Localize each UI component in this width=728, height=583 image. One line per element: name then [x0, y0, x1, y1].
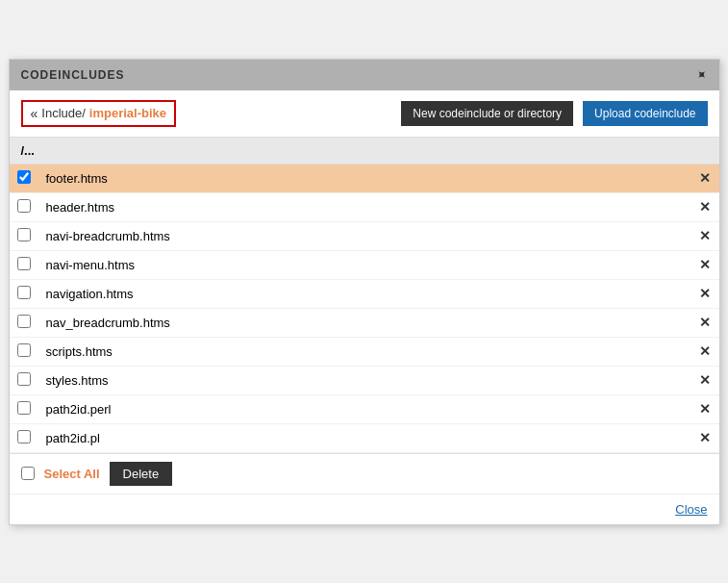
select-all-label[interactable]: Select All [44, 467, 100, 481]
file-name: navi-breadcrumb.htms [38, 221, 690, 250]
delete-cell: ✕ [690, 165, 719, 193]
file-checkbox[interactable] [17, 372, 31, 386]
dialog-header: CODEINCLUDES ✦ [10, 60, 719, 90]
delete-icon[interactable]: ✕ [699, 170, 711, 186]
delete-cell: ✕ [690, 192, 719, 221]
file-name: navi-menu.htms [38, 250, 690, 279]
file-checkbox[interactable] [17, 430, 31, 444]
file-checkbox[interactable] [17, 228, 31, 241]
row-checkbox-cell [10, 308, 38, 337]
table-row: navi-menu.htms ✕ [10, 250, 719, 279]
delete-cell: ✕ [690, 221, 719, 250]
row-checkbox-cell [10, 423, 38, 452]
file-checkbox[interactable] [17, 401, 31, 415]
delete-icon[interactable]: ✕ [699, 401, 711, 417]
parent-directory-row[interactable]: /... [10, 138, 719, 165]
file-name: header.htms [38, 192, 690, 221]
table-row: navigation.htms ✕ [10, 279, 719, 308]
delete-icon[interactable]: ✕ [699, 228, 711, 243]
table-row: path2id.perl ✕ [10, 394, 719, 423]
close-link[interactable]: Close [675, 502, 707, 517]
file-checkbox[interactable] [17, 170, 31, 184]
delete-cell: ✕ [690, 250, 719, 279]
toolbar: « Include/imperial-bike New codeinclude … [10, 90, 719, 138]
table-row: navi-breadcrumb.htms ✕ [10, 221, 719, 250]
row-checkbox-cell [10, 366, 38, 394]
delete-cell: ✕ [690, 279, 719, 308]
breadcrumb-static: Include/ [41, 106, 86, 120]
dialog-footer: Close [10, 494, 719, 524]
row-checkbox-cell [10, 165, 38, 193]
table-row: styles.htms ✕ [10, 366, 719, 394]
file-name: navigation.htms [38, 279, 690, 308]
table-row: scripts.htms ✕ [10, 337, 719, 366]
pin-icon[interactable]: ✦ [692, 65, 712, 85]
delete-cell: ✕ [690, 423, 719, 452]
breadcrumb: « Include/imperial-bike [21, 100, 177, 127]
file-name: nav_breadcrumb.htms [38, 308, 690, 337]
file-name: path2id.perl [38, 394, 690, 423]
delete-cell: ✕ [690, 394, 719, 423]
delete-button[interactable]: Delete [110, 462, 173, 486]
delete-icon[interactable]: ✕ [699, 286, 711, 301]
row-checkbox-cell [10, 337, 38, 366]
delete-icon[interactable]: ✕ [699, 315, 711, 330]
codeincludes-dialog: CODEINCLUDES ✦ « Include/imperial-bike N… [9, 59, 720, 525]
file-name: path2id.pl [38, 423, 690, 452]
delete-icon[interactable]: ✕ [699, 199, 711, 215]
file-name: footer.htms [38, 165, 690, 193]
delete-icon[interactable]: ✕ [699, 257, 711, 272]
row-checkbox-cell [10, 250, 38, 279]
row-checkbox-cell [10, 221, 38, 250]
parent-directory-label: /... [21, 143, 35, 158]
delete-cell: ✕ [690, 308, 719, 337]
file-checkbox[interactable] [17, 257, 31, 270]
new-codeinclude-button[interactable]: New codeinclude or directory [401, 101, 573, 126]
table-row: header.htms ✕ [10, 192, 719, 221]
delete-cell: ✕ [690, 337, 719, 366]
footer-bar: Select All Delete [10, 453, 719, 494]
table-row: path2id.pl ✕ [10, 423, 719, 452]
row-checkbox-cell [10, 279, 38, 308]
file-checkbox[interactable] [17, 315, 31, 328]
table-row: footer.htms ✕ [10, 165, 719, 193]
row-checkbox-cell [10, 192, 38, 221]
table-row: nav_breadcrumb.htms ✕ [10, 308, 719, 337]
file-name: styles.htms [38, 366, 690, 394]
delete-icon[interactable]: ✕ [699, 430, 711, 445]
breadcrumb-link[interactable]: imperial-bike [89, 106, 166, 120]
file-checkbox[interactable] [17, 199, 31, 213]
select-all-checkbox[interactable] [21, 467, 35, 480]
file-checkbox[interactable] [17, 286, 31, 299]
row-checkbox-cell [10, 394, 38, 423]
dialog-title: CODEINCLUDES [21, 68, 125, 82]
file-list: footer.htms ✕ header.htms ✕ navi-breadcr… [10, 165, 719, 453]
delete-icon[interactable]: ✕ [699, 372, 711, 388]
upload-codeinclude-button[interactable]: Upload codeinclude [583, 101, 707, 126]
file-name: scripts.htms [38, 337, 690, 366]
delete-cell: ✕ [690, 366, 719, 394]
back-arrow-icon[interactable]: « [31, 106, 38, 121]
delete-icon[interactable]: ✕ [699, 343, 711, 359]
file-checkbox[interactable] [17, 343, 31, 357]
